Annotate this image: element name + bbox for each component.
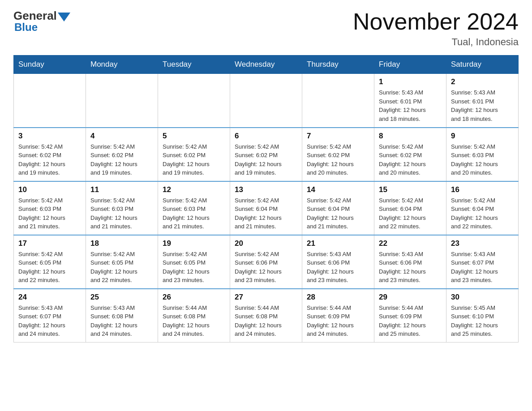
calendar-cell: 19Sunrise: 5:42 AMSunset: 6:05 PMDayligh… [158,235,230,289]
day-info: Sunrise: 5:42 AMSunset: 6:02 PMDaylight:… [379,142,442,177]
day-number: 25 [90,293,153,302]
day-info: Sunrise: 5:44 AMSunset: 6:08 PMDaylight:… [163,304,225,338]
day-number: 4 [90,132,153,141]
day-info: Sunrise: 5:42 AMSunset: 6:03 PMDaylight:… [451,142,514,177]
calendar-cell: 28Sunrise: 5:44 AMSunset: 6:09 PMDayligh… [302,289,374,342]
location-subtitle: Tual, Indonesia [353,36,519,48]
day-number: 6 [235,132,297,141]
day-number: 13 [235,185,297,194]
day-info: Sunrise: 5:42 AMSunset: 6:03 PMDaylight:… [163,196,225,231]
day-info: Sunrise: 5:43 AMSunset: 6:08 PMDaylight:… [90,304,153,338]
calendar-week-row: 24Sunrise: 5:43 AMSunset: 6:07 PMDayligh… [14,289,519,342]
day-number: 9 [451,132,514,141]
day-number: 17 [18,239,81,248]
calendar-cell: 13Sunrise: 5:42 AMSunset: 6:04 PMDayligh… [230,181,302,235]
day-info: Sunrise: 5:43 AMSunset: 6:06 PMDaylight:… [379,250,442,285]
calendar-cell: 22Sunrise: 5:43 AMSunset: 6:06 PMDayligh… [374,235,446,289]
day-number: 18 [90,239,153,248]
day-info: Sunrise: 5:43 AMSunset: 6:01 PMDaylight:… [451,88,514,123]
day-number: 30 [451,293,514,302]
header: General Blue November 2024 Tual, Indones… [13,9,519,48]
col-tuesday: Tuesday [158,56,230,74]
calendar-table: Sunday Monday Tuesday Wednesday Thursday… [13,55,519,342]
day-info: Sunrise: 5:43 AMSunset: 6:06 PMDaylight:… [307,250,369,285]
col-friday: Friday [374,56,446,74]
day-info: Sunrise: 5:42 AMSunset: 6:05 PMDaylight:… [163,250,225,285]
day-number: 1 [379,77,442,86]
calendar-header-row: Sunday Monday Tuesday Wednesday Thursday… [14,56,519,74]
day-number: 29 [379,293,442,302]
day-info: Sunrise: 5:43 AMSunset: 6:01 PMDaylight:… [379,88,442,123]
col-thursday: Thursday [302,56,374,74]
day-info: Sunrise: 5:45 AMSunset: 6:10 PMDaylight:… [451,304,514,338]
day-number: 7 [307,132,369,141]
calendar-cell: 9Sunrise: 5:42 AMSunset: 6:03 PMDaylight… [446,128,519,181]
logo-blue-text: Blue [14,21,38,34]
day-info: Sunrise: 5:44 AMSunset: 6:09 PMDaylight:… [307,304,369,338]
calendar-cell [158,74,230,128]
calendar-cell: 18Sunrise: 5:42 AMSunset: 6:05 PMDayligh… [86,235,158,289]
calendar-cell: 17Sunrise: 5:42 AMSunset: 6:05 PMDayligh… [14,235,86,289]
day-info: Sunrise: 5:42 AMSunset: 6:03 PMDaylight:… [90,196,153,231]
day-number: 15 [379,185,442,194]
day-info: Sunrise: 5:42 AMSunset: 6:04 PMDaylight:… [307,196,369,231]
calendar-cell: 26Sunrise: 5:44 AMSunset: 6:08 PMDayligh… [158,289,230,342]
day-info: Sunrise: 5:42 AMSunset: 6:02 PMDaylight:… [235,142,297,177]
calendar-cell: 7Sunrise: 5:42 AMSunset: 6:02 PMDaylight… [302,128,374,181]
calendar-cell: 21Sunrise: 5:43 AMSunset: 6:06 PMDayligh… [302,235,374,289]
calendar-cell: 27Sunrise: 5:44 AMSunset: 6:08 PMDayligh… [230,289,302,342]
day-info: Sunrise: 5:42 AMSunset: 6:04 PMDaylight:… [451,196,514,231]
calendar-cell: 12Sunrise: 5:42 AMSunset: 6:03 PMDayligh… [158,181,230,235]
logo: General Blue [13,9,70,34]
col-saturday: Saturday [446,56,519,74]
calendar-week-row: 1Sunrise: 5:43 AMSunset: 6:01 PMDaylight… [14,74,519,128]
calendar-cell: 24Sunrise: 5:43 AMSunset: 6:07 PMDayligh… [14,289,86,342]
day-number: 11 [90,185,153,194]
calendar-cell: 5Sunrise: 5:42 AMSunset: 6:02 PMDaylight… [158,128,230,181]
day-number: 22 [379,239,442,248]
col-sunday: Sunday [14,56,86,74]
day-info: Sunrise: 5:44 AMSunset: 6:09 PMDaylight:… [379,304,442,338]
calendar-cell: 29Sunrise: 5:44 AMSunset: 6:09 PMDayligh… [374,289,446,342]
day-info: Sunrise: 5:43 AMSunset: 6:07 PMDaylight:… [451,250,514,285]
calendar-cell: 30Sunrise: 5:45 AMSunset: 6:10 PMDayligh… [446,289,519,342]
calendar-cell: 15Sunrise: 5:42 AMSunset: 6:04 PMDayligh… [374,181,446,235]
calendar-week-row: 17Sunrise: 5:42 AMSunset: 6:05 PMDayligh… [14,235,519,289]
calendar-cell: 6Sunrise: 5:42 AMSunset: 6:02 PMDaylight… [230,128,302,181]
day-number: 23 [451,239,514,248]
day-number: 21 [307,239,369,248]
day-number: 5 [163,132,225,141]
day-info: Sunrise: 5:42 AMSunset: 6:04 PMDaylight:… [235,196,297,231]
day-number: 12 [163,185,225,194]
calendar-cell [230,74,302,128]
calendar-cell: 25Sunrise: 5:43 AMSunset: 6:08 PMDayligh… [86,289,158,342]
day-number: 16 [451,185,514,194]
calendar-cell: 16Sunrise: 5:42 AMSunset: 6:04 PMDayligh… [446,181,519,235]
calendar-cell: 23Sunrise: 5:43 AMSunset: 6:07 PMDayligh… [446,235,519,289]
day-info: Sunrise: 5:43 AMSunset: 6:07 PMDaylight:… [18,304,81,338]
day-number: 2 [451,77,514,86]
title-area: November 2024 Tual, Indonesia [353,9,519,48]
day-info: Sunrise: 5:42 AMSunset: 6:04 PMDaylight:… [379,196,442,231]
calendar-cell: 3Sunrise: 5:42 AMSunset: 6:02 PMDaylight… [14,128,86,181]
col-monday: Monday [86,56,158,74]
calendar-cell: 1Sunrise: 5:43 AMSunset: 6:01 PMDaylight… [374,74,446,128]
day-info: Sunrise: 5:42 AMSunset: 6:02 PMDaylight:… [90,142,153,177]
calendar-cell: 10Sunrise: 5:42 AMSunset: 6:03 PMDayligh… [14,181,86,235]
logo-triangle-icon [58,13,70,21]
calendar-cell [86,74,158,128]
day-info: Sunrise: 5:42 AMSunset: 6:05 PMDaylight:… [18,250,81,285]
calendar-cell [302,74,374,128]
calendar-cell: 2Sunrise: 5:43 AMSunset: 6:01 PMDaylight… [446,74,519,128]
day-number: 20 [235,239,297,248]
calendar-cell: 14Sunrise: 5:42 AMSunset: 6:04 PMDayligh… [302,181,374,235]
calendar-cell: 11Sunrise: 5:42 AMSunset: 6:03 PMDayligh… [86,181,158,235]
calendar-cell: 4Sunrise: 5:42 AMSunset: 6:02 PMDaylight… [86,128,158,181]
day-info: Sunrise: 5:42 AMSunset: 6:06 PMDaylight:… [235,250,297,285]
day-info: Sunrise: 5:44 AMSunset: 6:08 PMDaylight:… [235,304,297,338]
day-info: Sunrise: 5:42 AMSunset: 6:05 PMDaylight:… [90,250,153,285]
page-title: November 2024 [353,9,519,34]
day-number: 19 [163,239,225,248]
day-info: Sunrise: 5:42 AMSunset: 6:02 PMDaylight:… [18,142,81,177]
calendar-cell: 20Sunrise: 5:42 AMSunset: 6:06 PMDayligh… [230,235,302,289]
